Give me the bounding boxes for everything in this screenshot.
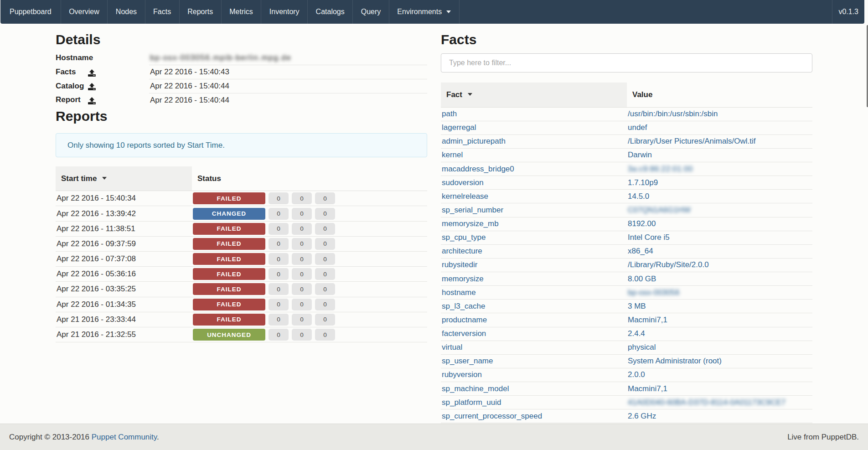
report-status-label[interactable]: FAILED [193,299,265,310]
upload-link[interactable] [88,69,96,77]
fact-value-link[interactable]: System Administrator (root) [628,357,722,365]
fact-name-link[interactable]: macaddress_bridge0 [442,165,514,173]
nav-item-reports[interactable]: Reports [180,0,222,24]
fact-value-link[interactable]: 8.00 GB [628,274,656,283]
fact-name-link[interactable]: sp_machine_model [442,384,509,393]
fact-name-link[interactable]: sp_l3_cache [442,302,485,310]
fact-name-link[interactable]: facterversion [442,329,486,338]
fact-value-link[interactable]: Intel Core i5 [628,233,670,242]
fact-name-link[interactable]: rubyversion [442,370,482,379]
details-row-value-cell: Apr 22 2016 - 15:40:44 [149,79,427,93]
fact-row: macaddress_bridge0 3a:c9:86:22:01:00 [441,162,812,176]
fact-value-link[interactable]: /usr/bin:/bin:/usr/sbin:/sbin [628,109,718,118]
fact-value-link[interactable]: physical [628,343,656,352]
report-status-label[interactable]: FAILED [193,268,265,280]
fact-name-link[interactable]: path [442,109,457,118]
fact-value-link[interactable]: 2.4.4 [628,329,645,338]
nav-item-overview[interactable]: Overview [61,0,108,24]
fact-value-link[interactable]: Macmini7,1 [628,384,667,393]
report-status-label[interactable]: UNCHANGED [193,329,265,341]
report-status-label[interactable]: FAILED [193,314,265,326]
nav-item-inventory[interactable]: Inventory [261,0,308,24]
report-status-label[interactable]: CHANGED [193,208,265,220]
details-row-label-text: Hostname [56,53,93,62]
fact-name-cell: facterversion [441,327,627,341]
facts-filter-input[interactable] [441,53,812,72]
fact-value-link[interactable]: Darwin [628,150,652,159]
nav-item-nodes[interactable]: Nodes [108,0,145,24]
fact-name-link[interactable]: sp_platform_uuid [442,398,501,407]
fact-name-link[interactable]: memorysize_mb [442,219,499,228]
fact-name-cell: sp_user_name [441,354,627,368]
fact-value-link[interactable]: 8192.00 [628,219,656,228]
fact-value-link[interactable]: 3a:c9:86:22:01:00 [628,165,693,173]
fact-value-link[interactable]: 3 MB [628,302,646,310]
report-start-time: Apr 22 2016 - 15:40:34 [56,191,192,206]
fact-name-link[interactable]: sp_cpu_type [442,233,486,242]
fact-value-link[interactable]: 1.7.10p9 [628,178,658,187]
fact-row: hostname bp-osx-003056 [441,286,812,300]
fact-value-cell: Intel Core i5 [627,231,812,244]
facts-header-fact[interactable]: Fact [441,83,627,107]
nav-item-catalogs[interactable]: Catalogs [308,0,353,24]
navbar-brand[interactable]: Puppetboard [0,0,61,24]
fact-name-link[interactable]: virtual [442,343,462,352]
fact-row: sp_current_processor_speed 2.6 GHz [441,409,812,423]
fact-value-link[interactable]: x86_64 [628,247,653,255]
fact-value-link[interactable]: 2.0.0 [628,370,645,379]
fact-value-link[interactable]: bp-osx-003056 [628,288,679,297]
fact-name-link[interactable]: architecture [442,247,482,255]
report-status-group: FAILED 0 0 0 [193,223,427,235]
fact-value-cell: 8.00 GB [627,272,812,286]
reports-header-start-time[interactable]: Start time [56,166,192,191]
nav-item-environments[interactable]: Environments [389,0,460,24]
report-status-label[interactable]: FAILED [193,283,265,295]
report-skips-badge: 0 [269,268,289,280]
fact-name-link[interactable]: sp_user_name [442,357,493,365]
upload-link[interactable] [88,83,96,90]
fact-name-link[interactable]: lagerregal [442,123,476,132]
footer-copyright-text: Copyright © 2013-2016 [9,433,92,441]
fact-value-link[interactable]: 2.6 GHz [628,412,656,420]
footer-puppet-community-link[interactable]: Puppet Community [92,433,157,441]
fact-value-link[interactable]: 14.5.0 [628,192,649,201]
fact-name-link[interactable]: admin_picturepath [442,137,506,145]
fact-name-link[interactable]: kernel [442,150,463,159]
fact-value-link[interactable]: 41A0D040-60BA-D37D-8114-0A01173C9CE7 [628,398,785,407]
fact-value-link[interactable]: undef [628,123,647,132]
fact-name-link[interactable]: productname [442,316,487,324]
fact-name-link[interactable]: sp_serial_number [442,206,503,214]
report-failures-badge: 0 [292,299,312,310]
details-row-label: Facts [56,65,149,79]
upload-link[interactable] [88,97,96,104]
report-status-label[interactable]: FAILED [193,253,265,265]
fact-value-link[interactable]: C07QN1A6G1HW [628,206,691,214]
nav-item-query[interactable]: Query [353,0,389,24]
nav-item-label: Inventory [269,8,300,16]
fact-value-cell: C07QN1A6G1HW [627,203,812,217]
fact-value-cell: 14.5.0 [627,190,812,203]
fact-name-link[interactable]: memorysize [442,274,484,283]
fact-name-link[interactable]: sp_current_processor_speed [442,412,542,420]
fact-name-cell: sp_machine_model [441,382,627,396]
nav-item-metrics[interactable]: Metrics [222,0,262,24]
report-status-label[interactable]: FAILED [193,192,265,204]
report-start-time: Apr 22 2016 - 11:38:51 [56,221,192,236]
report-start-time: Apr 21 2016 - 21:32:55 [56,327,192,342]
footer-live-text: Live from PuppetDB. [787,433,859,442]
fact-row: sp_platform_uuid 41A0D040-60BA-D37D-8114… [441,396,812,409]
fact-name-link[interactable]: hostname [442,288,476,297]
report-status-group: FAILED 0 0 0 [193,192,427,204]
report-status-label[interactable]: FAILED [193,238,265,250]
fact-name-link[interactable]: rubysitedir [442,260,477,269]
fact-value-link[interactable]: /Library/Ruby/Site/2.0.0 [628,260,709,269]
fact-name-link[interactable]: sudoversion [442,178,484,187]
facts-header-value[interactable]: Value [627,83,812,107]
nav-item-facts[interactable]: Facts [145,0,180,24]
report-status-label[interactable]: FAILED [193,223,265,235]
fact-value-link[interactable]: Macmini7,1 [628,316,667,324]
fact-value-link[interactable]: /Library/User Pictures/Animals/Owl.tif [628,137,756,145]
reports-header-status[interactable]: Status [192,166,427,191]
fact-name-link[interactable]: kernelrelease [442,192,488,201]
navbar-version: v0.1.3 [832,0,864,24]
